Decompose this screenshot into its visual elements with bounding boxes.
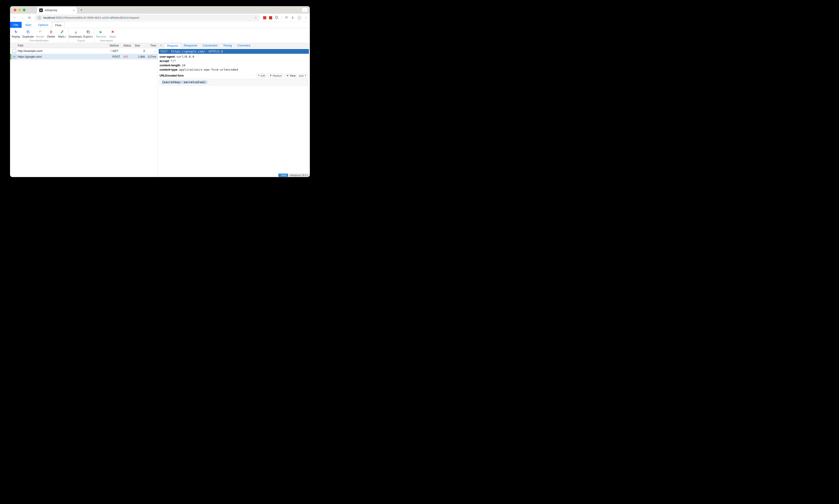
address-bar[interactable]: i localhost:8081/#/flows/ecb80cc9-3094-4… <box>34 15 260 21</box>
flow-size: 1.6kb <box>135 55 145 58</box>
download-button[interactable]: Download▼ <box>69 29 83 39</box>
revert-button[interactable]: ↶ Revert <box>35 29 46 39</box>
menu-flow[interactable]: Flow <box>52 22 65 28</box>
col-method[interactable]: Method <box>110 44 123 47</box>
maximize-window-button[interactable] <box>23 8 25 12</box>
duplicate-button[interactable]: Duplicate <box>21 29 35 39</box>
site-info-icon[interactable]: i <box>38 16 41 19</box>
caret-down-icon: ▼ <box>304 74 307 76</box>
delete-button[interactable]: Delete <box>46 29 56 39</box>
tab-overflow-button[interactable]: ⌄ <box>302 8 308 12</box>
flow-time: 117ms <box>145 55 158 58</box>
html-icon: <> <box>12 55 16 58</box>
revert-icon: ↶ <box>39 30 42 34</box>
app-menubar: File Start Options Flow <box>10 22 310 28</box>
col-size[interactable]: Size <box>135 44 145 47</box>
caret-down-icon: ▼ <box>64 36 66 38</box>
minimize-window-button[interactable] <box>18 8 21 12</box>
view-mode-button[interactable]: 👁 View: auto ▼ <box>285 74 308 77</box>
svg-rect-1 <box>88 31 89 33</box>
request-headers: user-agent: curl/8.8.0 accept: */* conte… <box>158 54 310 72</box>
status-bar: *:8080 mitmproxy 10.3.1 <box>158 174 310 177</box>
close-detail-button[interactable]: ✕ <box>159 43 163 48</box>
resume-button[interactable]: ▶ Resume <box>95 29 107 39</box>
reload-button[interactable]: ⟳ <box>28 16 32 20</box>
extension-icon-2[interactable] <box>269 16 272 19</box>
replace-body-button[interactable]: ⬆Replace <box>268 74 283 77</box>
replay-button[interactable]: ↻ Replay <box>11 29 21 39</box>
browser-tab[interactable]: m mitmproxy × <box>37 7 77 14</box>
mitmproxy-favicon: m <box>39 8 43 12</box>
back-button[interactable]: ← <box>12 16 17 20</box>
duplicate-icon <box>26 30 30 34</box>
flow-method: POST <box>112 55 123 58</box>
close-icon: ✖ <box>111 30 114 34</box>
extension-icons: | ⋮ <box>263 16 308 20</box>
tab-comment[interactable]: Comment <box>234 43 253 48</box>
ribbon-group-export: Download▼ Export▼ Export <box>68 28 94 43</box>
new-tab-button[interactable]: + <box>78 7 85 13</box>
menu-start[interactable]: Start <box>22 22 35 28</box>
reading-list-icon[interactable] <box>285 16 288 20</box>
browser-toolbar: ← → ⟳ i localhost:8081/#/flows/ecb80cc9-… <box>10 14 310 22</box>
col-time[interactable]: Time <box>145 44 158 47</box>
tab-connection[interactable]: Connection <box>200 43 221 48</box>
ribbon-label-modification: Flow Modification <box>10 39 68 43</box>
tab-title: mitmproxy <box>45 8 57 12</box>
request-http-version: HTTP/2.0 <box>209 50 223 53</box>
ribbon-group-modification: ↻ Replay Duplicate ↶ Revert <box>10 28 68 43</box>
tab-request[interactable]: Request <box>164 43 181 48</box>
caret-down-icon: ▼ <box>91 36 93 38</box>
download-icon <box>74 30 77 34</box>
col-path[interactable]: Path <box>17 44 110 47</box>
flow-row[interactable]: http://example.com/ ! GET 0 ... <box>10 48 158 54</box>
body-toolbar: URLEncoded form ✎Edit ⬆Replace 👁 View: a… <box>158 73 310 78</box>
flow-table-header: Path Method Status Size Time <box>10 43 158 48</box>
flow-path: https://google.com/ <box>17 55 110 58</box>
copy-icon <box>86 30 90 34</box>
main-split: Path Method Status Size Time http://exam… <box>10 43 310 177</box>
request-url: https://google.com/ <box>171 50 205 53</box>
browser-window: m mitmproxy × + ⌄ ← → ⟳ i localhost:8081… <box>10 6 310 177</box>
bookmark-icon[interactable]: ☆ <box>255 16 257 19</box>
close-window-button[interactable] <box>14 8 16 12</box>
form-entry: {secretkey: secretvalue}: <box>162 80 207 84</box>
profile-avatar[interactable] <box>297 16 302 20</box>
flow-path: http://example.com/ <box>17 50 110 53</box>
ribbon-group-interception: ▶ Resume ✖ Abort Interception <box>94 28 119 43</box>
document-icon <box>13 49 16 53</box>
flow-row[interactable]: <> https://google.com/ POST 405 1.6kb 11… <box>10 54 158 59</box>
edit-body-button[interactable]: ✎Edit <box>256 74 267 77</box>
abort-button[interactable]: ✖ Abort <box>107 29 118 39</box>
pencil-icon: ✎ <box>258 74 260 77</box>
menu-options[interactable]: Options <box>35 22 52 28</box>
downloads-icon[interactable] <box>291 16 294 20</box>
chrome-menu-icon[interactable]: ⋮ <box>304 16 308 20</box>
close-tab-icon[interactable]: × <box>73 8 74 12</box>
upload-icon: ⬆ <box>270 74 272 77</box>
menu-file[interactable]: File <box>10 22 22 28</box>
url-text: localhost:8081/#/flows/ecb80cc9-3094-4b0… <box>43 16 139 19</box>
tab-response[interactable]: Response <box>181 43 200 48</box>
window-controls <box>14 8 25 12</box>
body-section-title: URLEncoded form <box>160 74 183 77</box>
extension-icon-1[interactable] <box>263 16 266 19</box>
flow-detail-pane: ✕ Request Response Connection Timing Com… <box>158 43 310 177</box>
caret-down-icon: ▼ <box>81 36 83 38</box>
ribbon-toolbar: ↻ Replay Duplicate ↶ Revert <box>10 28 310 43</box>
col-status[interactable]: Status <box>123 44 135 47</box>
extensions-menu-icon[interactable] <box>275 16 278 20</box>
detail-tabs: ✕ Request Response Connection Timing Com… <box>158 43 310 48</box>
request-line: POST https://google.com/ HTTP/2.0 <box>159 49 309 54</box>
listen-port-chip[interactable]: *:8080 <box>278 174 288 177</box>
request-method: POST <box>160 50 168 53</box>
forward-button[interactable]: → <box>20 16 24 20</box>
replay-icon: ↻ <box>15 30 18 34</box>
tab-timing[interactable]: Timing <box>221 43 235 48</box>
ribbon-label-export: Export <box>68 39 94 43</box>
version-chip: mitmproxy 10.3.1 <box>289 174 310 177</box>
flow-time: ... <box>145 50 158 53</box>
eye-icon: 👁 <box>286 74 289 77</box>
mark-button[interactable]: Mark▼ <box>56 29 68 39</box>
export-button[interactable]: Export▼ <box>83 29 94 39</box>
